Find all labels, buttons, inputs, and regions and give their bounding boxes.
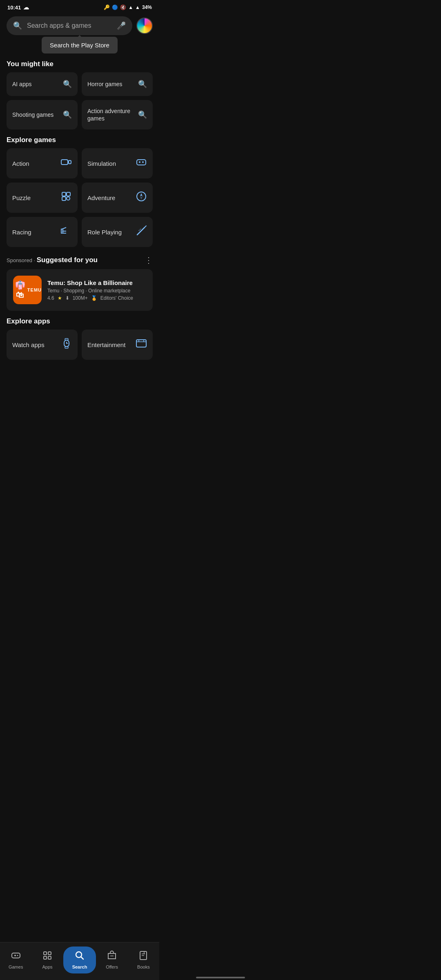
ad-name: Temu: Shop Like a Billionaire bbox=[47, 279, 146, 286]
explore-chip-watch[interactable]: Watch apps bbox=[7, 330, 78, 360]
ad-meta: Temu · Shopping · Online marketplace bbox=[47, 288, 146, 294]
temu-logo: 👘🛍 TEMU bbox=[13, 276, 42, 304]
explore-label-racing: Racing bbox=[12, 229, 31, 236]
svg-point-9 bbox=[67, 197, 70, 200]
wifi-icon: ▲ bbox=[128, 4, 133, 10]
suggestion-chip-action-adventure[interactable]: Action adventure games 🔍 bbox=[82, 100, 153, 129]
mute-icon: 🔇 bbox=[120, 4, 126, 10]
action-icon bbox=[60, 156, 72, 170]
suggestion-chip-horror[interactable]: Horror games 🔍 bbox=[82, 72, 153, 96]
svg-marker-11 bbox=[140, 193, 143, 196]
explore-label-entertainment: Entertainment bbox=[87, 341, 125, 348]
ad-rating: 4.6 bbox=[47, 295, 54, 301]
chip-label-horror: Horror games bbox=[87, 80, 122, 88]
svg-rect-3 bbox=[137, 160, 146, 165]
explore-chip-adventure[interactable]: Adventure bbox=[82, 183, 153, 213]
search-icon: 🔍 bbox=[13, 21, 22, 30]
tooltip-wrapper: Search the Play Store bbox=[0, 37, 159, 53]
tooltip-label: Search the Play Store bbox=[50, 42, 109, 49]
ad-card-temu[interactable]: 👘🛍 TEMU Temu: Shop Like a Billionaire Te… bbox=[7, 269, 153, 311]
explore-apps-title: Explore apps bbox=[0, 311, 159, 330]
explore-games-title: Explore games bbox=[0, 129, 159, 148]
chip-label-action-adventure: Action adventure games bbox=[87, 107, 138, 122]
chip-search-icon-2: 🔍 bbox=[63, 110, 72, 119]
time: 10:41 bbox=[7, 4, 21, 11]
mic-icon[interactable]: 🎤 bbox=[117, 21, 126, 30]
racing-icon bbox=[60, 225, 72, 239]
svg-rect-1 bbox=[69, 160, 71, 164]
ad-info: Temu: Shop Like a Billionaire Temu · Sho… bbox=[47, 279, 146, 301]
status-bar: 10:41 ☁ 🔑 🔵 🔇 ▲ ▲ 34% bbox=[0, 0, 159, 13]
explore-label-simulation: Simulation bbox=[87, 160, 116, 167]
svg-rect-7 bbox=[67, 192, 70, 196]
download-icon: ⬇ bbox=[65, 295, 69, 301]
svg-rect-25 bbox=[65, 347, 68, 348]
explore-chip-puzzle[interactable]: Puzzle bbox=[7, 183, 78, 213]
explore-chip-rpg[interactable]: Role Playing bbox=[82, 217, 153, 247]
battery: 34% bbox=[142, 4, 152, 10]
chip-label-shooting: Shooting games bbox=[12, 111, 53, 118]
search-placeholder: Search apps & games bbox=[27, 22, 112, 29]
key-icon: 🔑 bbox=[104, 4, 110, 10]
sponsored-label: Sponsored · bbox=[7, 257, 37, 263]
chip-search-icon-1: 🔍 bbox=[138, 80, 147, 89]
explore-label-rpg: Role Playing bbox=[87, 229, 122, 236]
svg-line-14 bbox=[62, 227, 66, 229]
chip-search-icon-0: 🔍 bbox=[63, 80, 72, 89]
svg-marker-12 bbox=[140, 196, 143, 200]
svg-rect-0 bbox=[61, 160, 68, 165]
suggestion-chip-ai-apps[interactable]: AI apps 🔍 bbox=[7, 72, 78, 96]
suggestion-chip-shooting[interactable]: Shooting games 🔍 bbox=[7, 100, 78, 129]
explore-chip-action[interactable]: Action bbox=[7, 148, 78, 178]
explore-chip-entertainment[interactable]: Entertainment bbox=[82, 330, 153, 360]
svg-line-18 bbox=[145, 226, 146, 227]
explore-apps-grid: Watch apps Entertainment bbox=[0, 330, 159, 360]
watch-icon bbox=[61, 338, 72, 352]
sponsored-title: Suggested for you bbox=[37, 256, 98, 264]
ad-stats: 4.6 ★ ⬇ 100M+ 🏅 Editors' Choice bbox=[47, 295, 146, 301]
entertainment-icon bbox=[136, 338, 147, 352]
explore-chip-racing[interactable]: Racing bbox=[7, 217, 78, 247]
star-icon: ★ bbox=[58, 295, 62, 301]
chip-label-ai-apps: AI apps bbox=[12, 80, 31, 88]
svg-point-5 bbox=[142, 161, 144, 163]
search-container: 🔍 Search apps & games 🎤 bbox=[0, 13, 159, 35]
you-might-like-title: You might like bbox=[0, 53, 159, 72]
status-left: 10:41 ☁ bbox=[7, 4, 29, 11]
svg-rect-8 bbox=[62, 197, 66, 200]
svg-rect-24 bbox=[65, 339, 68, 340]
rpg-icon bbox=[136, 225, 147, 239]
sponsored-header: Sponsored · Suggested for you ⋮ bbox=[0, 247, 159, 269]
sponsored-label-group: Sponsored · Suggested for you bbox=[7, 256, 98, 264]
suggestion-grid: AI apps 🔍 Horror games 🔍 Shooting games … bbox=[0, 72, 159, 129]
avatar[interactable] bbox=[136, 18, 153, 34]
cloud-icon: ☁ bbox=[23, 4, 29, 11]
ad-downloads: 100M+ bbox=[73, 295, 88, 301]
tooltip: Search the Play Store bbox=[42, 37, 118, 53]
explore-chip-simulation[interactable]: Simulation bbox=[82, 148, 153, 178]
chip-search-icon-3: 🔍 bbox=[138, 110, 147, 119]
puzzle-icon bbox=[60, 191, 72, 205]
compass-icon bbox=[136, 191, 147, 205]
more-icon[interactable]: ⋮ bbox=[145, 255, 153, 265]
svg-rect-6 bbox=[62, 192, 66, 196]
search-bar[interactable]: 🔍 Search apps & games 🎤 bbox=[7, 16, 132, 35]
explore-label-watch: Watch apps bbox=[12, 341, 45, 348]
explore-label-adventure: Adventure bbox=[87, 194, 115, 201]
svg-line-20 bbox=[139, 228, 141, 231]
status-right: 🔑 🔵 🔇 ▲ ▲ 34% bbox=[104, 4, 152, 10]
simulation-icon bbox=[136, 156, 147, 170]
svg-point-4 bbox=[139, 161, 140, 163]
explore-games-grid: Action Simulation Puzzle bbox=[0, 148, 159, 247]
bluetooth-icon: 🔵 bbox=[112, 4, 118, 10]
signal-icon: ▲ bbox=[135, 4, 140, 10]
editors-choice-label: Editors' Choice bbox=[100, 295, 133, 301]
explore-label-action: Action bbox=[12, 160, 29, 167]
editors-choice-icon: 🏅 bbox=[91, 295, 97, 301]
explore-label-puzzle: Puzzle bbox=[12, 194, 31, 201]
svg-rect-26 bbox=[136, 340, 146, 347]
